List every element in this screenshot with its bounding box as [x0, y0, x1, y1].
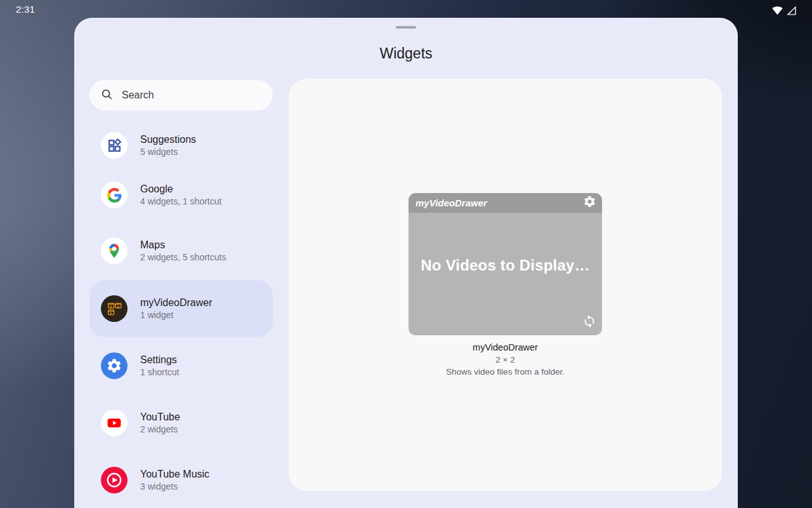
widget-caption: myVideoDrawer 2 × 2 Shows video files fr…: [289, 342, 722, 378]
search-placeholder: Search: [122, 90, 154, 101]
youtube-music-icon: [101, 467, 128, 493]
drag-handle[interactable]: [396, 26, 416, 29]
sync-icon: [582, 314, 596, 331]
widget-header: myVideoDrawer: [409, 193, 602, 213]
widget-header-title: myVideoDrawer: [416, 197, 487, 208]
app-name: Suggestions: [140, 133, 196, 146]
app-row-youtube[interactable]: YouTube 2 widgets: [89, 394, 273, 451]
settings-icon: [101, 352, 128, 379]
app-subtitle: 1 widget: [140, 309, 213, 321]
suggestions-icon: [101, 132, 128, 159]
app-name: Maps: [140, 238, 226, 251]
app-name: Settings: [140, 353, 179, 366]
widget-empty-message: No Videos to Display…: [421, 257, 589, 274]
search-icon: [100, 88, 114, 104]
widget-description: Shows video files from a folder.: [289, 366, 722, 378]
search-input[interactable]: Search: [89, 80, 273, 110]
app-row-google[interactable]: Google 4 widgets, 1 shortcut: [89, 166, 273, 224]
page-title: Widgets: [74, 45, 738, 62]
app-subtitle: 2 widgets, 5 shortcuts: [140, 251, 226, 264]
app-subtitle: 5 widgets: [140, 146, 196, 158]
app-row-settings[interactable]: Settings 1 shortcut: [89, 337, 273, 394]
cellular-icon: [786, 5, 797, 18]
app-subtitle: 3 widgets: [140, 481, 209, 493]
app-subtitle: 2 widgets: [140, 424, 180, 436]
widget-size: 2 × 2: [289, 354, 722, 366]
app-subtitle: 4 widgets, 1 shortcut: [140, 196, 221, 208]
app-row-suggestions[interactable]: Suggestions 5 widgets: [89, 117, 273, 174]
app-name: YouTube: [140, 410, 180, 424]
myvideodrawer-icon: [101, 295, 128, 322]
app-row-youtube-music[interactable]: YouTube Music 3 widgets: [89, 451, 273, 508]
status-icons: [772, 5, 797, 18]
app-name: YouTube Music: [140, 467, 209, 481]
app-row-myvideodrawer[interactable]: myVideoDrawer 1 widget: [89, 280, 273, 337]
app-name: Google: [140, 182, 221, 196]
widget-name: myVideoDrawer: [289, 342, 722, 354]
app-name: myVideoDrawer: [140, 296, 213, 309]
google-icon: [101, 182, 128, 208]
gear-icon: [583, 195, 596, 211]
wifi-icon: [772, 5, 783, 18]
widget-body: No Videos to Display…: [409, 213, 602, 335]
widget-preview-panel: myVideoDrawer No Videos to Display… myVi…: [289, 79, 722, 491]
youtube-icon: [101, 410, 128, 436]
app-row-maps[interactable]: Maps 2 widgets, 5 shortcuts: [89, 222, 273, 279]
maps-icon: [101, 237, 128, 264]
app-subtitle: 1 shortcut: [140, 366, 179, 378]
status-time: 2:31: [16, 4, 35, 15]
widgets-sheet: Widgets Search Suggestions 5 widgets: [74, 18, 738, 508]
widget-preview-card[interactable]: myVideoDrawer No Videos to Display…: [409, 193, 602, 335]
